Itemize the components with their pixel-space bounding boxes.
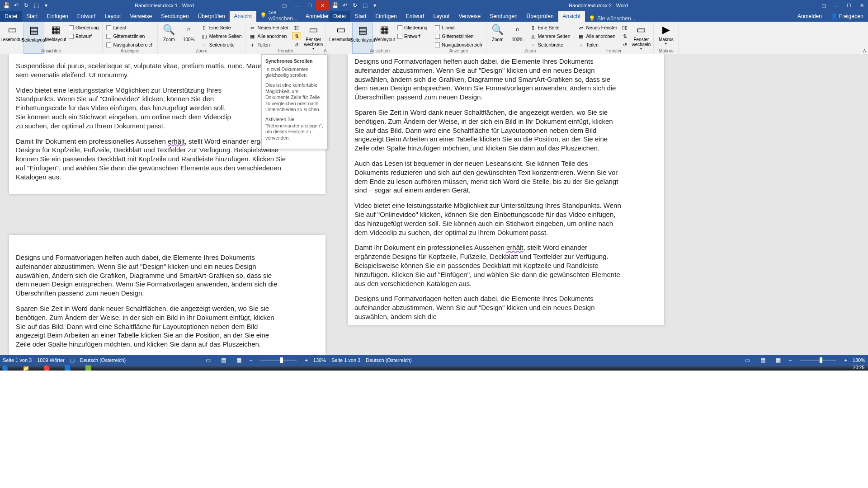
taskbar-explorer-icon[interactable]: 📁: [23, 365, 42, 371]
page-count[interactable]: Seite 1 von 3: [3, 357, 32, 363]
tab-layout[interactable]: Layout: [429, 11, 454, 22]
nav-check[interactable]: Navigationsbereich: [105, 41, 154, 49]
paragraph[interactable]: Sparen Sie Zeit in Word dank neuer Schal…: [354, 108, 621, 153]
redo-icon[interactable]: ↻: [23, 2, 30, 9]
paragraph[interactable]: Damit Ihr Dokument ein professionelles A…: [16, 137, 287, 182]
undo-icon[interactable]: ↶: [13, 2, 20, 9]
tab-datei[interactable]: Datei: [329, 11, 350, 22]
maximize-icon[interactable]: ☐: [843, 0, 855, 10]
tab-ansicht[interactable]: Ansicht: [230, 11, 256, 22]
document-area-right[interactable]: Designs und Formatvorlagen helfen auch d…: [329, 54, 868, 355]
collapse-ribbon-icon[interactable]: ᐱ: [324, 48, 327, 53]
pagewidth-button[interactable]: ↔Seitenbreite: [529, 41, 571, 49]
tab-einfuegen[interactable]: Einfügen: [42, 11, 72, 22]
qat-customize-icon[interactable]: ▾: [42, 2, 50, 9]
freigeben-button[interactable]: 👤Freigeben: [826, 11, 868, 22]
tab-verweise[interactable]: Verweise: [125, 11, 156, 22]
tab-start[interactable]: Start: [22, 11, 42, 22]
zoom-slider[interactable]: [260, 360, 297, 361]
newwindow-button[interactable]: ▱Neues Fenster: [248, 23, 289, 32]
paragraph[interactable]: Designs und Formatvorlagen helfen auch d…: [354, 294, 621, 321]
zoom-in-icon[interactable]: +: [844, 357, 847, 363]
paragraph[interactable]: Designs und Formatvorlagen helfen auch d…: [16, 253, 283, 298]
zoom-level[interactable]: 130%: [853, 357, 865, 363]
language[interactable]: Deutsch (Österreich): [80, 357, 126, 363]
syncscroll-button[interactable]: ⇅: [621, 32, 629, 40]
tell-me-search[interactable]: 💡Sie wünschen...: [256, 9, 301, 22]
tab-datei[interactable]: Datei: [0, 11, 22, 22]
nav-check[interactable]: Navigationsbereich: [434, 41, 483, 49]
collapse-ribbon-icon[interactable]: ᐱ: [863, 48, 866, 53]
webview-icon[interactable]: ▦: [234, 356, 244, 364]
resetpos-button[interactable]: ↺: [292, 41, 301, 49]
gliederung-button[interactable]: Gliederung: [68, 23, 99, 32]
tab-verweise[interactable]: Verweise: [454, 11, 485, 22]
printview-icon[interactable]: ▤: [758, 356, 768, 364]
paragraph[interactable]: Video bietet eine leistungsstarke Möglic…: [354, 201, 621, 237]
paragraph[interactable]: Sparen Sie Zeit in Word dank neuer Schal…: [16, 304, 283, 349]
tab-start[interactable]: Start: [350, 11, 371, 22]
grammar-underline[interactable]: erhält: [506, 244, 524, 251]
zoom-out-icon[interactable]: −: [789, 357, 792, 363]
newwindow-button[interactable]: ▱Neues Fenster: [577, 23, 618, 32]
redo-icon[interactable]: ↻: [351, 2, 359, 9]
zoom-in-icon[interactable]: +: [305, 357, 307, 363]
minimize-icon[interactable]: —: [291, 0, 303, 10]
readview-icon[interactable]: ▭: [203, 356, 213, 364]
undo-icon[interactable]: ↶: [341, 2, 349, 9]
tab-sendungen[interactable]: Sendungen: [156, 11, 193, 22]
multipage-button[interactable]: ▯▯Mehrere Seiten: [529, 32, 571, 40]
taskbar-app-icon[interactable]: 🟩: [85, 365, 104, 371]
sidebyside-button[interactable]: ▯▯: [292, 23, 301, 32]
close-icon[interactable]: ✕: [855, 0, 868, 10]
tab-ueberpruefen[interactable]: Überprüfen: [522, 11, 558, 22]
ribbon-display-icon[interactable]: ▢: [817, 0, 830, 10]
tab-sendungen[interactable]: Sendungen: [485, 11, 522, 22]
taskbar-word-icon[interactable]: 🟦: [64, 365, 83, 371]
close-icon[interactable]: ✕: [316, 0, 329, 10]
taskbar-chrome-icon[interactable]: 🔴: [43, 365, 62, 371]
tab-ansicht[interactable]: Ansicht: [558, 11, 585, 22]
proofing-icon[interactable]: ▢: [70, 357, 75, 363]
gitter-check[interactable]: Gitternetzlinien: [434, 32, 483, 40]
sidebyside-button[interactable]: ▯▯: [621, 23, 629, 32]
ribbon-display-icon[interactable]: ▢: [278, 0, 291, 10]
qat-customize-icon[interactable]: ▾: [371, 2, 378, 9]
taskbar[interactable]: 🔵 📁 🔴 🟦 🟩 20:25: [0, 365, 868, 371]
tab-entwurf[interactable]: Entwurf: [73, 11, 100, 22]
resetpos-button[interactable]: ↺: [621, 41, 629, 49]
touch-icon[interactable]: ⬚: [33, 2, 40, 9]
tell-me-search[interactable]: 💡Sie wünschen...: [585, 15, 639, 22]
printview-icon[interactable]: ▤: [219, 356, 229, 364]
tab-layout[interactable]: Layout: [100, 11, 125, 22]
touch-icon[interactable]: ⬚: [361, 2, 368, 9]
entwurf-view-button[interactable]: Entwurf: [68, 32, 99, 40]
paragraph[interactable]: Video bietet eine leistungsstarke Möglic…: [16, 86, 237, 131]
arrangeall-button[interactable]: ▦Alle anordnen: [248, 32, 289, 40]
clock[interactable]: 20:25: [853, 365, 868, 370]
entwurf-view-button[interactable]: Entwurf: [396, 32, 428, 40]
maximize-icon[interactable]: ☐: [303, 0, 316, 10]
grammar-underline[interactable]: erhält: [168, 137, 185, 145]
tab-einfuegen[interactable]: Einfügen: [371, 11, 401, 22]
tab-ueberpruefen[interactable]: Überprüfen: [193, 11, 230, 22]
start-button[interactable]: 🔵: [2, 365, 21, 371]
arrangeall-button[interactable]: ▦Alle anordnen: [577, 32, 618, 40]
lineal-check[interactable]: Lineal: [105, 23, 154, 32]
minimize-icon[interactable]: —: [830, 0, 843, 10]
readview-icon[interactable]: ▭: [743, 356, 753, 364]
save-icon[interactable]: 💾: [331, 2, 339, 9]
paragraph[interactable]: Designs und Formatvorlagen helfen auch d…: [354, 57, 621, 102]
language[interactable]: Deutsch (Österreich): [366, 357, 411, 363]
webview-icon[interactable]: ▦: [774, 356, 783, 364]
onepage-button[interactable]: ▯Eine Seite: [200, 23, 243, 32]
save-icon[interactable]: 💾: [3, 2, 10, 9]
gitter-check[interactable]: Gitternetzlinien: [105, 32, 154, 40]
syncscroll-button[interactable]: ⇅: [292, 32, 301, 40]
paragraph[interactable]: Auch das Lesen ist bequemer in der neuen…: [354, 159, 621, 195]
zoom-out-icon[interactable]: −: [250, 357, 252, 363]
pagewidth-button[interactable]: ↔Seitenbreite: [200, 41, 243, 49]
page-count[interactable]: Seite 1 von 3: [331, 357, 360, 363]
lineal-check[interactable]: Lineal: [434, 23, 483, 32]
onepage-button[interactable]: ▯Eine Seite: [529, 23, 571, 32]
